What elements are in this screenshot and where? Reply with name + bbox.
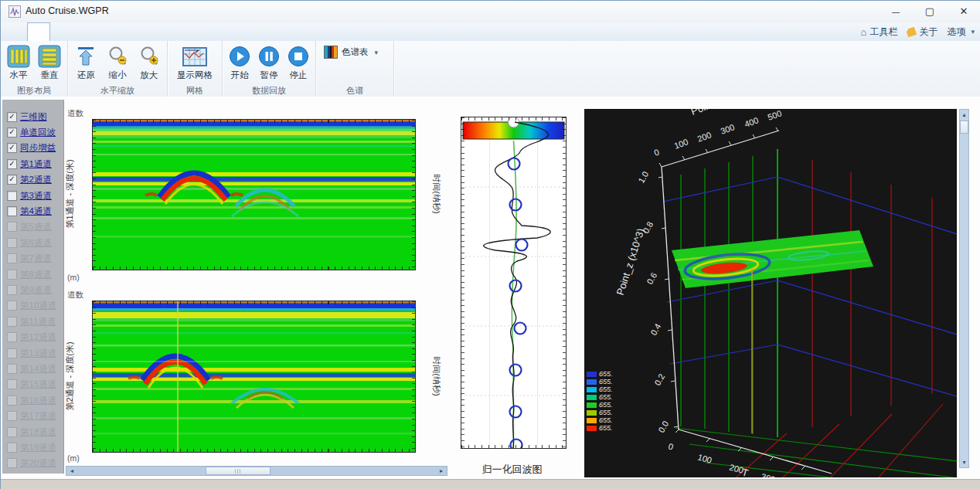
menu-tab[interactable] [72, 22, 94, 41]
channel-checkbox-item[interactable]: 第19通道 [2, 440, 63, 455]
channel-checkbox-item[interactable]: 第5通道 [2, 219, 63, 235]
group-grid: 显示网格 网格 [168, 41, 223, 98]
statusbar [1, 479, 980, 489]
view3d-panel[interactable]: 0 100 200 300 400 500 Point_y 1.0 0.8 0.… [584, 109, 957, 477]
channel-checkbox-item[interactable]: 第10通道 [2, 298, 63, 314]
channel-checkbox-item[interactable]: 第1通道 [2, 156, 63, 171]
legend-swatch [587, 426, 597, 431]
channel-checkbox-item[interactable]: 同步增益 [2, 141, 63, 156]
minimize-icon[interactable] [879, 1, 913, 22]
checkbox-icon[interactable] [7, 143, 17, 153]
checkbox-icon[interactable] [7, 285, 17, 295]
zoom-out-button[interactable]: 缩小 [103, 42, 133, 81]
checkbox-icon[interactable] [7, 127, 17, 138]
hscroll-thumb[interactable] [206, 467, 271, 475]
channel-checkbox-item[interactable]: 第6通道 [2, 235, 63, 250]
channel-checkbox-item[interactable]: 三维图 [2, 109, 63, 124]
channel-checkbox-item[interactable]: 第20通道 [2, 456, 63, 471]
channel-checkbox-item[interactable]: 第7通道 [2, 251, 63, 267]
z-tick: 1.0 [636, 170, 650, 185]
y-axis-label: Point_y [689, 109, 725, 117]
vertical-scrollbar[interactable] [959, 109, 969, 468]
checkbox-icon[interactable] [7, 253, 17, 263]
channel-checkbox-item[interactable]: 第2通道 [2, 172, 63, 188]
checkbox-icon[interactable] [7, 270, 17, 280]
channel-checkbox-item[interactable]: 第14通道 [2, 361, 63, 376]
close-icon[interactable] [947, 1, 980, 22]
channel-checkbox-item[interactable]: 第15通道 [2, 377, 63, 392]
scroll-down-icon[interactable] [960, 457, 968, 467]
checkbox-icon[interactable] [7, 364, 17, 374]
channel-checkbox-item[interactable]: 第13通道 [2, 345, 63, 361]
plot1-unit-label: (m) [67, 273, 80, 282]
menu-tab[interactable] [27, 22, 50, 41]
legend-entry: 655. [587, 393, 613, 401]
checkbox-icon[interactable] [7, 159, 17, 169]
scroll-up-icon[interactable] [960, 110, 968, 120]
legend-swatch [587, 410, 597, 416]
checkbox-icon[interactable] [7, 206, 17, 216]
checkbox-icon[interactable] [7, 222, 17, 232]
group-hzoom: 还原 缩小 [68, 41, 168, 98]
checkbox-icon[interactable] [7, 301, 17, 311]
group-colormap: 色谱表 色谱 [316, 41, 394, 98]
channel-checkbox-item[interactable]: 第12通道 [2, 329, 63, 345]
stop-button[interactable]: 停止 [284, 42, 312, 81]
menu-tab[interactable] [5, 22, 27, 41]
maximize-icon[interactable] [913, 1, 947, 22]
play-button[interactable]: 开始 [226, 42, 254, 81]
y-tick: 100 [673, 137, 689, 151]
channel-checkbox-item[interactable]: 第18通道 [2, 424, 63, 440]
checkbox-icon[interactable] [7, 443, 17, 453]
scroll-right-icon[interactable] [436, 467, 447, 475]
checkbox-icon[interactable] [7, 379, 17, 389]
vscroll-thumb[interactable] [960, 121, 968, 134]
show-grid-button[interactable]: 显示网格 [173, 42, 216, 81]
checkbox-icon[interactable] [7, 427, 17, 437]
checkbox-icon[interactable] [7, 348, 17, 358]
restore-button[interactable]: 还原 [71, 42, 101, 81]
legend-entry: 655. [587, 378, 613, 385]
colortable-dropdown[interactable]: 色谱表 [319, 42, 390, 62]
checkbox-icon[interactable] [7, 317, 17, 327]
waveform-plot[interactable] [461, 117, 567, 449]
channel-checkbox-item[interactable]: 第4通道 [2, 203, 63, 219]
horizontal-scrollbar[interactable] [66, 466, 447, 476]
checkbox-icon[interactable] [7, 238, 17, 248]
checkbox-icon[interactable] [7, 411, 17, 421]
plot1-corner-label: 道数 [67, 108, 83, 119]
radargram-channel2[interactable] [92, 301, 416, 453]
channel-checkbox-item[interactable]: 第17通道 [2, 408, 63, 423]
radargram-channel1[interactable] [92, 119, 416, 270]
zoom-in-button[interactable]: 放大 [134, 42, 164, 81]
plot1-meter-axis [92, 272, 414, 282]
menu-tab[interactable] [94, 22, 115, 41]
menu-tab[interactable] [50, 22, 72, 41]
about-tag-icon [906, 26, 917, 37]
vertical-layout-button[interactable]: 垂直 [35, 42, 64, 81]
waveform-top-axis [461, 105, 565, 115]
checkbox-icon[interactable] [7, 458, 17, 468]
menu-tab[interactable] [115, 22, 137, 41]
y-tick: 300 [720, 122, 736, 136]
about-button[interactable]: 关于 [907, 25, 937, 39]
scroll-left-icon[interactable] [66, 467, 77, 475]
checkbox-icon[interactable] [7, 332, 17, 342]
workspace: 三维图 单道回波 同步增益 第1通道 第2通道 第3通道 第4通道 [1, 97, 980, 479]
channel-checkbox-item[interactable]: 第11通道 [2, 314, 63, 329]
checkbox-icon[interactable] [7, 191, 17, 201]
group-title: 色谱 [316, 85, 393, 97]
checkbox-icon[interactable] [7, 175, 17, 185]
options-dropdown[interactable]: 选项 [947, 25, 975, 39]
toolbar-toggle[interactable]: 工具栏 [861, 25, 898, 39]
checkbox-icon[interactable] [7, 112, 17, 122]
channel-checkbox-item[interactable]: 第8通道 [2, 267, 63, 282]
channel-checkbox-item[interactable]: 第9通道 [2, 282, 63, 297]
pause-button[interactable]: 暂停 [255, 42, 283, 81]
channel-checkbox-item[interactable]: 第3通道 [2, 188, 63, 203]
channel-checkbox-item[interactable]: 单道回波 [2, 124, 63, 140]
horizontal-layout-button[interactable]: 水平 [4, 42, 33, 81]
checkbox-icon[interactable] [7, 396, 17, 406]
view3d-scene: 0 100 200 300 400 500 Point_y 1.0 0.8 0.… [584, 109, 957, 477]
channel-checkbox-item[interactable]: 第16通道 [2, 392, 63, 408]
